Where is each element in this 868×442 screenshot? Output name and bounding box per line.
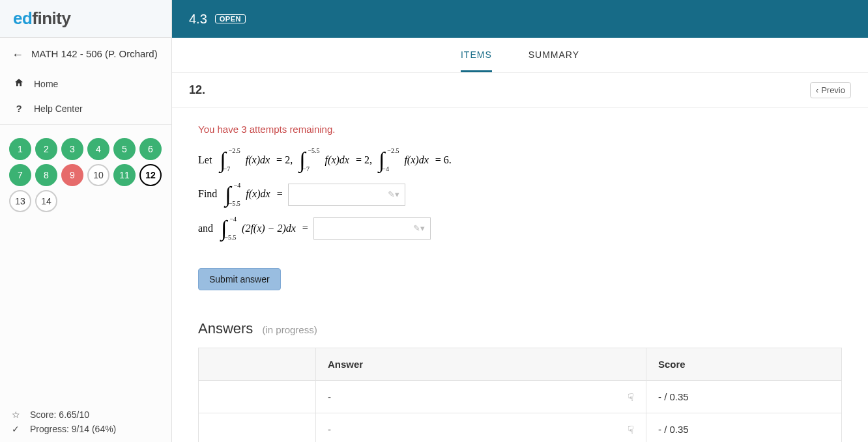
answer-input-1[interactable]: ✎▾ <box>288 184 405 206</box>
score-row: ☆ Score: 6.65/10 <box>12 409 160 420</box>
status-badge: OPEN <box>215 14 246 23</box>
row-answer: -☟ <box>316 381 646 413</box>
row-answer: -☟ <box>316 413 646 442</box>
tab-items[interactable]: ITEMS <box>461 49 492 72</box>
question-bubble-6[interactable]: 6 <box>139 138 162 160</box>
row-blank <box>199 381 316 413</box>
topbar: 4.3 OPEN <box>172 0 868 38</box>
nav-home[interactable]: Home <box>0 71 171 96</box>
question-nav: 1234567891011121314 <box>0 129 171 221</box>
hand-icon[interactable]: ☟ <box>628 423 634 435</box>
content: You have 3 attempts remaining. Let ∫ −2.… <box>172 108 868 442</box>
submit-button[interactable]: Submit answer <box>198 268 281 290</box>
progress-text: Progress: 9/14 (64%) <box>30 424 116 434</box>
back-icon[interactable]: ← <box>12 48 23 62</box>
row-blank <box>199 413 316 442</box>
logo[interactable]: edfinity <box>0 0 171 38</box>
answers-table: Answer Score -☟- / 0.35-☟- / 0.35 <box>198 348 842 442</box>
answers-heading: Answers (in progress) <box>198 320 842 337</box>
tab-summary[interactable]: SUMMARY <box>528 49 579 72</box>
sidebar-footer: ☆ Score: 6.65/10 ✓ Progress: 9/14 (64%) <box>0 402 171 442</box>
row-score: - / 0.35 <box>646 381 842 413</box>
table-row: -☟- / 0.35 <box>199 413 842 442</box>
home-icon <box>13 77 25 90</box>
content-header: 12. ‹ Previo <box>172 73 868 108</box>
main: 4.3 OPEN ITEMS SUMMARY 12. ‹ Previo You … <box>172 0 868 442</box>
tabs: ITEMS SUMMARY <box>172 38 868 73</box>
course-name[interactable]: MATH 142 - 506 (P. Orchard) <box>31 47 158 61</box>
answers-section: Answers (in progress) Answer Score -☟- /… <box>198 320 842 442</box>
attempts-remaining: You have 3 attempts remaining. <box>198 124 842 135</box>
question-bubble-9[interactable]: 9 <box>61 164 83 186</box>
question-bubble-1[interactable]: 1 <box>9 138 31 160</box>
pencil-icon: ✎▾ <box>413 218 425 238</box>
question-bubble-7[interactable]: 7 <box>9 164 31 186</box>
question-bubble-8[interactable]: 8 <box>35 164 57 186</box>
answer-input-2[interactable]: ✎▾ <box>313 217 431 240</box>
question-bubble-5[interactable]: 5 <box>113 138 136 160</box>
chevron-left-icon: ‹ <box>816 85 818 95</box>
row-score: - / 0.35 <box>646 413 842 442</box>
col-answer: Answer <box>316 348 646 381</box>
question-bubble-10[interactable]: 10 <box>87 164 109 186</box>
star-icon: ☆ <box>12 409 22 420</box>
question-bubble-4[interactable]: 4 <box>87 138 109 160</box>
question-bubble-2[interactable]: 2 <box>35 138 57 160</box>
check-icon: ✓ <box>12 424 22 434</box>
progress-row: ✓ Progress: 9/14 (64%) <box>12 424 160 434</box>
question-icon: ? <box>13 103 25 114</box>
score-text: Score: 6.65/10 <box>30 409 89 420</box>
question-bubble-13[interactable]: 13 <box>9 190 31 212</box>
nav-help-label: Help Center <box>34 104 83 114</box>
col-score: Score <box>646 348 842 381</box>
previous-button[interactable]: ‹ Previo <box>810 82 851 98</box>
hand-icon[interactable]: ☟ <box>628 391 634 403</box>
course-row: ← MATH 142 - 506 (P. Orchard) <box>0 38 171 71</box>
nav-home-label: Home <box>34 79 58 89</box>
table-row: -☟- / 0.35 <box>199 381 842 413</box>
problem-statement: Let ∫ −2.5−7 f(x)dx = 2, ∫ −5.5−7 f(x)dx… <box>198 148 842 241</box>
assignment-title: 4.3 <box>189 12 207 27</box>
divider <box>0 124 171 125</box>
col-blank <box>199 348 316 381</box>
question-bubble-12[interactable]: 12 <box>139 164 162 186</box>
nav-help[interactable]: ? Help Center <box>0 96 171 120</box>
question-bubble-11[interactable]: 11 <box>113 164 136 186</box>
pencil-icon: ✎▾ <box>388 184 399 204</box>
item-number: 12. <box>189 83 205 97</box>
question-bubble-3[interactable]: 3 <box>61 138 83 160</box>
sidebar: edfinity ← MATH 142 - 506 (P. Orchard) H… <box>0 0 172 442</box>
question-bubble-14[interactable]: 14 <box>35 190 57 212</box>
